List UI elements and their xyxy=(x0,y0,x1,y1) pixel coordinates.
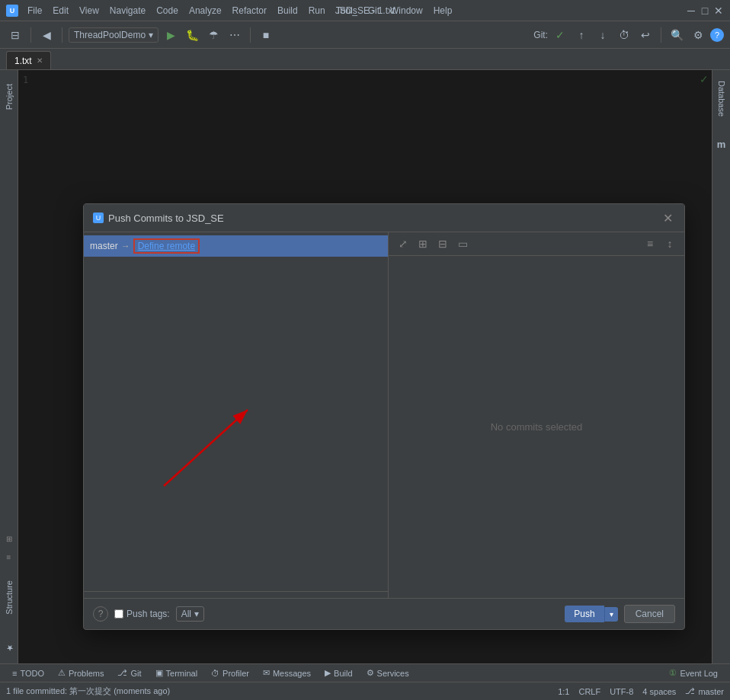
maximize-button[interactable]: □ xyxy=(700,5,710,16)
tab-label: 1.txt xyxy=(14,56,32,66)
git-pull-btn[interactable]: ↓ xyxy=(594,26,612,44)
terminal-tab[interactable]: ▣ Terminal xyxy=(149,666,204,679)
left-sidebar: Project ⊞ ≡ Structure ★ xyxy=(0,70,18,663)
cancel-button[interactable]: Cancel xyxy=(624,605,675,623)
push-tags-checkbox-label[interactable]: Push tags: xyxy=(114,609,170,619)
help-button[interactable]: ? xyxy=(93,606,108,622)
encoding-text: UTF-8 xyxy=(610,687,633,696)
status-bar: 1 file committed: 第一次提交 (moments ago) 1:… xyxy=(0,682,730,700)
project-icon[interactable]: ⊟ xyxy=(6,26,24,44)
diff-icon[interactable]: ⊟ xyxy=(434,235,451,252)
more-run-button[interactable]: ⋯ xyxy=(226,26,244,44)
build-label: Build xyxy=(334,669,352,678)
tab-1txt[interactable]: 1.txt ✕ xyxy=(6,51,51,69)
menu-help[interactable]: Help xyxy=(429,4,457,18)
push-tags-dropdown[interactable]: All ▾ xyxy=(176,606,204,622)
modal-right-toolbar: ⤢ ⊞ ⊟ ▭ ≡ ↕ xyxy=(389,232,684,256)
no-commits-message: No commits selected xyxy=(389,256,684,598)
build-tab[interactable]: ▶ Build xyxy=(319,666,358,679)
build-icon: ▶ xyxy=(325,668,331,678)
debug-button[interactable]: 🐛 xyxy=(183,26,201,44)
left-sidebar-icon-1[interactable]: ⊞ xyxy=(2,531,17,546)
git-status: Git: ✓ ↑ ↓ ⏱ ↩ xyxy=(533,26,655,44)
commit-message: 1 file committed: 第一次提交 (moments ago) xyxy=(6,686,170,697)
settings-button[interactable]: ⚙ xyxy=(689,26,707,44)
push-button-group: Push ▾ xyxy=(565,605,617,623)
crlf-text: CRLF xyxy=(578,687,600,696)
todo-icon: ≡ xyxy=(12,669,17,678)
separator-4 xyxy=(661,27,661,43)
git-push-btn[interactable]: ↑ xyxy=(572,26,591,44)
favorites-panel-label[interactable]: ★ xyxy=(1,640,17,656)
profiler-icon: ⏱ xyxy=(211,669,219,678)
menu-navigate[interactable]: Navigate xyxy=(105,4,150,18)
services-tab[interactable]: ⚙ Services xyxy=(360,666,415,679)
git-checkmark[interactable]: ✓ xyxy=(551,26,569,44)
encoding[interactable]: UTF-8 xyxy=(610,687,633,696)
git-rollback-btn[interactable]: ↩ xyxy=(636,26,655,44)
menu-analyze[interactable]: Analyze xyxy=(184,4,226,18)
indent-info[interactable]: 4 spaces xyxy=(642,687,676,696)
messages-tab[interactable]: ✉ Messages xyxy=(257,666,317,679)
modal-close-button[interactable]: ✕ xyxy=(660,210,675,225)
minimize-button[interactable]: ─ xyxy=(686,5,696,16)
menu-code[interactable]: Code xyxy=(152,4,183,18)
menu-file[interactable]: File xyxy=(23,4,46,18)
separator-2 xyxy=(62,27,62,43)
push-tags-checkbox[interactable] xyxy=(114,609,123,618)
git-label: Git: xyxy=(533,30,548,40)
tab-bar: 1.txt ✕ xyxy=(0,49,730,70)
filter-icon[interactable]: ≡ xyxy=(642,235,658,252)
menu-run[interactable]: Run xyxy=(304,4,330,18)
maven-label[interactable]: m xyxy=(717,139,726,150)
run-button[interactable]: ▶ xyxy=(162,26,180,44)
event-log-tab[interactable]: ① Event Log xyxy=(663,666,724,679)
sort-icon[interactable]: ↕ xyxy=(661,235,678,252)
git-icon: ⎇ xyxy=(117,668,127,678)
problems-icon: ⚠ xyxy=(58,668,66,678)
menu-build[interactable]: Build xyxy=(273,4,303,18)
terminal-icon: ▣ xyxy=(155,668,163,678)
push-main-button[interactable]: Push xyxy=(565,606,604,622)
close-button[interactable]: ✕ xyxy=(713,5,724,16)
services-label: Services xyxy=(377,669,409,678)
coverage-button[interactable]: ☂ xyxy=(204,26,223,44)
left-sidebar-icon-2[interactable]: ≡ xyxy=(2,549,17,564)
git-branch-status[interactable]: ⎇ master xyxy=(685,686,724,696)
grid-icon[interactable]: ⊞ xyxy=(415,235,431,252)
branch-row[interactable]: master → Define remote xyxy=(84,235,388,257)
project-panel-label[interactable]: Project xyxy=(2,78,17,116)
menu-view[interactable]: View xyxy=(75,4,104,18)
line-ending[interactable]: CRLF xyxy=(578,687,600,696)
search-button[interactable]: 🔍 xyxy=(668,26,686,44)
messages-label: Messages xyxy=(273,669,311,678)
run-config-selector[interactable]: ThreadPoolDemo ▾ xyxy=(69,27,158,43)
push-tags-chevron: ▾ xyxy=(194,609,199,619)
menu-refactor[interactable]: Refactor xyxy=(228,4,271,18)
profiler-tab[interactable]: ⏱ Profiler xyxy=(205,667,255,679)
define-remote-link[interactable]: Define remote xyxy=(133,238,200,254)
problems-tab[interactable]: ⚠ Problems xyxy=(52,666,110,679)
cursor-position[interactable]: 1:1 xyxy=(558,687,569,696)
separator-3 xyxy=(250,27,251,43)
push-tags-value: All xyxy=(181,609,191,619)
git-history-btn[interactable]: ⏱ xyxy=(615,26,633,44)
tab-close-icon[interactable]: ✕ xyxy=(37,56,43,65)
database-panel-label[interactable]: Database xyxy=(714,78,729,120)
branch-arrow: → xyxy=(121,241,130,251)
expand-icon[interactable]: ⤢ xyxy=(395,235,411,252)
editor-area: 1 ✓ U Push Commits to JSD_SE ✕ xyxy=(18,70,712,663)
modal-title-icon: U xyxy=(93,213,104,223)
preview-icon[interactable]: ▭ xyxy=(454,235,471,252)
help-button[interactable]: ? xyxy=(710,28,724,42)
git-tab[interactable]: ⎇ Git xyxy=(111,666,147,679)
window-title: JSD_SE - 1.txt xyxy=(335,5,395,16)
structure-panel-label[interactable]: Structure xyxy=(2,577,17,618)
todo-tab[interactable]: ≡ TODO xyxy=(6,667,50,679)
right-sidebar: Database m xyxy=(712,70,730,663)
back-button[interactable]: ◀ xyxy=(37,26,56,44)
push-dropdown-button[interactable]: ▾ xyxy=(604,607,618,622)
menu-edit[interactable]: Edit xyxy=(48,4,73,18)
stop-button[interactable]: ■ xyxy=(257,26,275,44)
modal-right-panel: ⤢ ⊞ ⊟ ▭ ≡ ↕ No commits selected xyxy=(389,232,684,598)
